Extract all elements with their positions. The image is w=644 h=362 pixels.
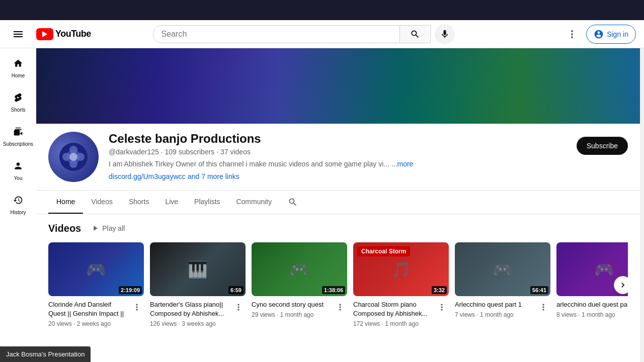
subscribe-button[interactable]: Subscribe [577, 137, 628, 155]
right-scrollbar[interactable] [640, 48, 644, 362]
sidebar-history-label: History [10, 210, 26, 215]
channel-desc-text: I am Abhishek Tirkey Owner of this chann… [109, 160, 389, 168]
sidebar-item-history[interactable]: History [1, 189, 35, 221]
tab-playlists[interactable]: Playlists [186, 191, 228, 214]
account-circle-icon [594, 29, 604, 39]
videos-grid: 🎮 2:19:09 Clorinde And Dansleif Quest ||… [48, 242, 628, 327]
video-info-v4: Charcoal Storm piano Composed by Abhishe… [353, 300, 449, 327]
video-thumbnail-v5: 🎮 56:41 [455, 242, 550, 296]
tab-home[interactable]: Home [48, 191, 83, 214]
menu-button[interactable] [8, 24, 28, 44]
video-meta-v6: 8 views · 1 month ago [556, 311, 628, 318]
youtube-logo[interactable]: YouTube [36, 28, 91, 40]
sidebar-item-subscriptions[interactable]: Subscriptions [1, 121, 35, 153]
mic-icon [440, 29, 450, 39]
tab-live[interactable]: Live [157, 191, 186, 214]
video-thumbnail-v4: 🎵 Charcoal Storm 3:32 [353, 242, 449, 296]
video-info-v1: Clorinde And Dansleif Quest || Genshin I… [48, 300, 144, 327]
chevron-right-icon [618, 280, 628, 290]
channel-name: Celeste banjo Productions [109, 132, 567, 146]
video-info-v2: Bartender's Glass piano|| Composed by Ab… [150, 300, 246, 327]
video-card-v1[interactable]: 🎮 2:19:09 Clorinde And Dansleif Quest ||… [48, 242, 144, 327]
tab-search-icon [288, 197, 298, 207]
sidebar-item-shorts[interactable]: Shorts [1, 86, 35, 119]
videos-title: Videos [48, 223, 81, 234]
tab-shorts[interactable]: Shorts [121, 191, 157, 214]
sidebar-item-you[interactable]: You [1, 155, 35, 187]
more-options-button[interactable] [562, 24, 582, 44]
more-links-anchor[interactable]: and 7 more links [188, 172, 239, 180]
youtube-logo-icon [36, 28, 53, 40]
more-vert-icon-v1 [132, 302, 142, 312]
video-more-button-v3[interactable] [333, 300, 347, 314]
sidebar-subscriptions-label: Subscriptions [3, 141, 33, 147]
svg-point-4 [62, 153, 70, 161]
video-title-v5: Arlecchino quest part 1 [455, 300, 536, 309]
video-meta-v5: 7 views · 1 month ago [455, 311, 536, 318]
main-layout: Home Shorts Subscriptions You History [0, 48, 644, 362]
channel-tabs: Home Videos Shorts Live Playlists Commun… [36, 191, 640, 214]
video-card-v3[interactable]: 🎮 1:38:06 Cyno second story quest 29 vie… [252, 242, 347, 327]
taskbar [0, 0, 644, 20]
video-info-v5: Arlecchino quest part 1 7 views · 1 mont… [455, 300, 550, 318]
video-title-v6: arlecchino duel quest part 2 [556, 300, 628, 309]
video-title-v4: Charcoal Storm piano Composed by Abhishe… [353, 300, 435, 318]
more-vert-icon [566, 28, 578, 40]
search-input[interactable] [153, 26, 399, 43]
home-icon [13, 58, 23, 71]
video-more-button-v2[interactable] [231, 300, 246, 314]
more-vert-icon-v4 [437, 302, 447, 312]
search-container [153, 24, 455, 44]
history-icon [13, 195, 23, 208]
discord-link[interactable]: discord.gg/Um3ugaywcc [109, 172, 186, 180]
shorts-icon [13, 93, 23, 105]
duration-badge-v2: 6:59 [228, 286, 244, 294]
video-text-v2: Bartender's Glass piano|| Composed by Ab… [150, 300, 231, 327]
tab-videos[interactable]: Videos [83, 191, 121, 214]
svg-point-5 [76, 153, 85, 161]
channel-details: Celeste banjo Productions @darkvader125 … [109, 132, 567, 181]
sidebar-you-label: You [14, 175, 23, 181]
duration-badge-v1: 2:19:09 [119, 286, 142, 294]
youtube-logo-text: YouTube [55, 29, 91, 39]
more-vert-icon-v2 [233, 302, 244, 312]
you-icon [13, 161, 23, 173]
video-thumbnail-v2: 🎹 6:59 [150, 242, 246, 296]
video-title-v1: Clorinde And Dansleif Quest || Genshin I… [48, 300, 130, 318]
tab-community[interactable]: Community [228, 191, 280, 214]
video-text-v1: Clorinde And Dansleif Quest || Genshin I… [48, 300, 130, 327]
video-more-button-v4[interactable] [435, 300, 449, 314]
video-card-v2[interactable]: 🎹 6:59 Bartender's Glass piano|| Compose… [150, 242, 246, 327]
more-link[interactable]: ...more [391, 160, 414, 168]
sidebar-item-home[interactable]: Home [1, 52, 35, 84]
scroll-right-arrow[interactable] [614, 276, 628, 294]
video-info-v6: arlecchino duel quest part 2 8 views · 1… [556, 300, 628, 318]
channel-banner [36, 48, 640, 124]
play-all-button[interactable]: Play all [87, 222, 129, 234]
video-card-v5[interactable]: 🎮 56:41 Arlecchino quest part 1 7 views … [455, 242, 550, 327]
search-button[interactable] [399, 26, 430, 43]
channel-video-count: 37 videos [220, 148, 251, 156]
tab-search-button[interactable] [284, 193, 302, 211]
svg-point-3 [69, 160, 77, 168]
more-vert-icon-v5 [538, 302, 548, 312]
sidebar: Home Shorts Subscriptions You History [0, 48, 36, 362]
video-text-v4: Charcoal Storm piano Composed by Abhishe… [353, 300, 435, 327]
video-more-button-v1[interactable] [130, 300, 144, 314]
channel-description: I am Abhishek Tirkey Owner of this chann… [109, 160, 567, 168]
sign-in-button[interactable]: Sign in [586, 25, 636, 44]
video-meta-v2: 126 views · 3 weeks ago [150, 320, 231, 327]
video-more-button-v5[interactable] [536, 300, 550, 314]
mic-button[interactable] [435, 24, 455, 44]
avatar-image [48, 132, 99, 182]
sign-in-label: Sign in [607, 30, 628, 38]
hamburger-icon [12, 28, 24, 40]
more-vert-icon-v3 [335, 302, 345, 312]
video-thumbnail-v1: 🎮 2:19:09 [48, 242, 144, 296]
channel-meta: @darkvader125 · 109 subscribers · 37 vid… [109, 148, 567, 156]
duration-badge-v5: 56:41 [530, 286, 548, 294]
presentation-label: Jack Bosma's Presentation [6, 350, 85, 358]
video-card-v4[interactable]: 🎵 Charcoal Storm 3:32 Charcoal Storm pia… [353, 242, 449, 327]
video-title-v2: Bartender's Glass piano|| Composed by Ab… [150, 300, 231, 318]
play-icon [91, 224, 99, 232]
